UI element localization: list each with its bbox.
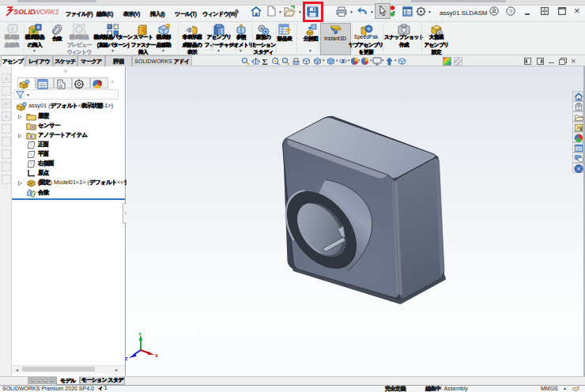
svg-text:Y: Y [138,332,142,337]
svg-text:SOLID: SOLID [13,8,36,16]
svg-text:Z: Z [125,356,128,361]
svg-text:?: ? [509,8,513,15]
svg-text:X: X [155,353,158,358]
svg-text:Σ: Σ [262,57,268,66]
svg-text:A: A [30,134,33,139]
svg-text:WORKS: WORKS [33,8,58,16]
